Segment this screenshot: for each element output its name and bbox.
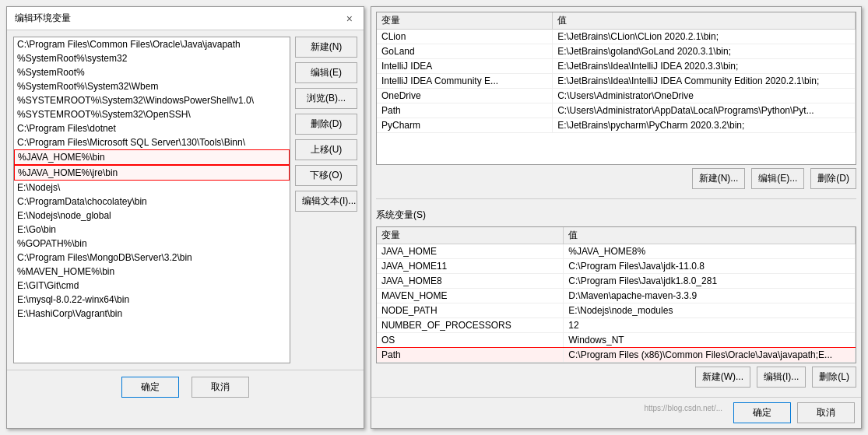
list-item[interactable]: %SystemRoot%\System32\Wbem [14,79,290,93]
table-row[interactable]: NODE_PATHE:\Nodejs\node_modules [377,303,856,318]
table-row[interactable]: PathC:\Program Files (x86)\Common Files\… [377,348,856,363]
delete-button-left[interactable]: 删除(D) [295,114,357,135]
sys-env-title: 系统变量(S) [376,209,856,222]
right-bottom-buttons: https://blog.csdn.net/... 确定 取消 [371,397,861,428]
edit-text-button[interactable]: 编辑文本(I)... [295,191,357,212]
list-item[interactable]: E:\Nodejs\node_global [14,209,290,223]
left-dialog-title: 编辑环境变量 [15,12,71,25]
list-item[interactable]: E:\Nodejs\ [14,181,290,195]
list-item[interactable]: E:\mysql-8.0.22-winx64\bin [14,293,290,307]
left-dialog: 编辑环境变量 × C:\Program Files\Common Files\O… [6,6,364,429]
sys-edit-button[interactable]: 编辑(I)... [757,367,806,388]
move-up-button[interactable]: 上移(U) [295,139,357,160]
list-item[interactable]: E:\HashiCorp\Vagrant\bin [14,307,290,321]
table-row[interactable]: OSWindows_NT [377,333,856,348]
list-item[interactable]: %SYSTEMROOT%\System32\WindowsPowerShell\… [14,93,290,107]
user-env-buttons: 新建(N)... 编辑(E)... 删除(D) [376,168,856,189]
sys-env-col-var: 变量 [377,227,564,244]
close-button[interactable]: × [343,12,356,25]
left-cancel-button[interactable]: 取消 [192,377,249,398]
sys-new-button[interactable]: 新建(W)... [695,367,750,388]
left-bottom-buttons: 确定 取消 [7,370,364,404]
table-row[interactable]: MAVEN_HOMED:\Maven\apache-maven-3.3.9 [377,289,856,303]
user-env-col-val: 值 [553,12,856,30]
list-item[interactable]: %SystemRoot%\system32 [14,51,290,65]
list-item[interactable]: C:\Program Files\Microsoft SQL Server\13… [14,135,290,149]
sys-env-section: 系统变量(S) 变量 值 JAVA_HOME%JAVA_HOME8%JAVA_H… [371,204,861,392]
list-item[interactable]: E:\GIT\Git\cmd [14,279,290,293]
user-env-section: 变量 值 CLionE:\JetBrains\CLion\CLion 2020.… [371,7,861,194]
left-button-column: 新建(N) 编辑(E) 浏览(B)... 删除(D) 上移(U) 下移(O) 编… [295,37,357,363]
sys-env-table-container[interactable]: 变量 值 JAVA_HOME%JAVA_HOME8%JAVA_HOME11C:\… [376,226,856,363]
list-item[interactable]: C:\Program Files\MongoDB\Server\3.2\bin [14,251,290,265]
table-row[interactable]: JAVA_HOME%JAVA_HOME8% [377,244,856,259]
table-row[interactable]: PyCharmE:\JetBrains\pycharm\PyCharm 2020… [377,118,856,133]
user-new-button[interactable]: 新建(N)... [692,168,746,189]
list-item[interactable]: C:\Program Files\dotnet [14,121,290,135]
sys-env-col-val: 值 [564,227,856,244]
left-titlebar: 编辑环境变量 × [7,7,364,30]
table-row[interactable]: GoLandE:\JetBrains\goland\GoLand 2020.3.… [377,44,856,59]
list-item[interactable]: %MAVEN_HOME%\bin [14,265,290,279]
move-down-button[interactable]: 下移(O) [295,165,357,186]
sys-delete-button[interactable]: 删除(L) [812,367,856,388]
env-list-container[interactable]: C:\Program Files\Common Files\Oracle\Jav… [13,37,290,363]
table-row[interactable]: JAVA_HOME11C:\Program Files\Java\jdk-11.… [377,259,856,274]
table-row[interactable]: OneDriveC:\Users\Administrator\OneDrive [377,89,856,103]
sys-env-buttons: 新建(W)... 编辑(I)... 删除(L) [376,367,856,388]
browse-button[interactable]: 浏览(B)... [295,88,357,109]
right-dialog: 变量 值 CLionE:\JetBrains\CLion\CLion 2020.… [371,6,862,429]
table-row[interactable]: IntelliJ IDEAE:\JetBrains\Idea\IntelliJ … [377,59,856,74]
table-row[interactable]: CLionE:\JetBrains\CLion\CLion 2020.2.1\b… [377,30,856,44]
sys-env-table: 变量 值 JAVA_HOME%JAVA_HOME8%JAVA_HOME11C:\… [377,227,856,363]
edit-button-left[interactable]: 编辑(E) [295,62,357,83]
list-item[interactable]: %JAVA_HOME%\jre\bin [14,165,290,181]
section-divider [376,198,856,199]
right-cancel-button[interactable]: 取消 [797,402,855,423]
list-item[interactable]: %JAVA_HOME%\bin [14,149,290,165]
left-panel-content: C:\Program Files\Common Files\Oracle\Jav… [7,30,364,370]
table-row[interactable]: PathC:\Users\Administrator\AppData\Local… [377,103,856,118]
user-env-table: 变量 值 CLionE:\JetBrains\CLion\CLion 2020.… [377,12,856,133]
table-row[interactable]: NUMBER_OF_PROCESSORS12 [377,318,856,333]
user-env-col-var: 变量 [377,12,553,30]
list-item[interactable]: %GOPATH%\bin [14,237,290,251]
list-item[interactable]: C:\Program Files\Common Files\Oracle\Jav… [14,37,290,51]
user-edit-button[interactable]: 编辑(E)... [751,168,804,189]
list-item[interactable]: E:\Go\bin [14,223,290,237]
watermark: https://blog.csdn.net/... [639,402,727,423]
table-row[interactable]: JAVA_HOME8C:\Program Files\Java\jdk1.8.0… [377,274,856,289]
user-env-table-container[interactable]: 变量 值 CLionE:\JetBrains\CLion\CLion 2020.… [376,12,856,165]
list-item[interactable]: %SystemRoot% [14,65,290,79]
user-delete-button[interactable]: 删除(D) [810,168,856,189]
list-item[interactable]: C:\ProgramData\chocolatey\bin [14,195,290,209]
new-button-left[interactable]: 新建(N) [295,37,357,58]
table-row[interactable]: IntelliJ IDEA Community E...E:\JetBrains… [377,74,856,89]
right-ok-button[interactable]: 确定 [733,402,791,423]
left-ok-button[interactable]: 确定 [121,377,179,398]
list-item[interactable]: %SYSTEMROOT%\System32\OpenSSH\ [14,107,290,121]
